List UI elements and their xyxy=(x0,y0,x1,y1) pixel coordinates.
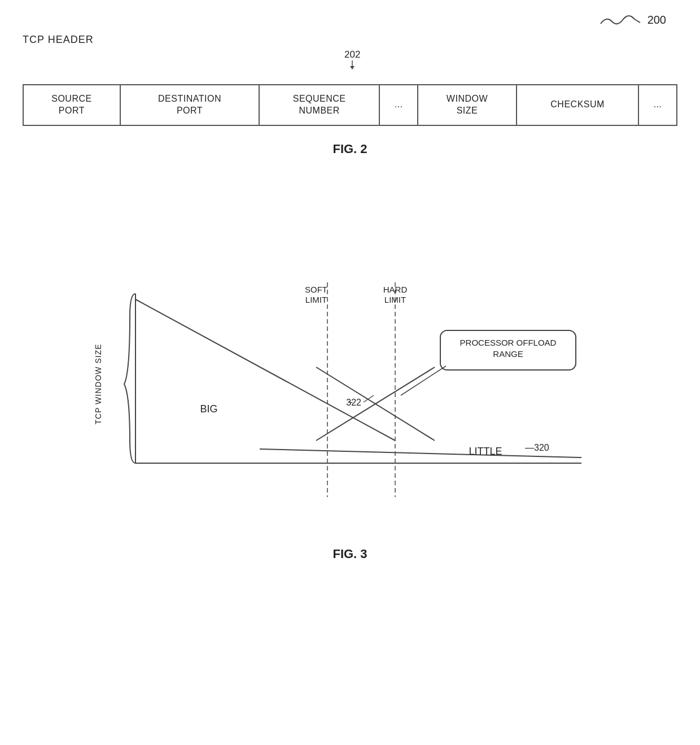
tcp-cell-window-size: WINDOWSIZE xyxy=(418,85,517,125)
fig2-caption: FIG. 2 xyxy=(23,142,677,156)
tcp-cell-ellipsis2: ... xyxy=(638,85,677,125)
ref-200-number: 200 xyxy=(648,14,666,27)
ref-200-label: 200 xyxy=(598,11,666,28)
fig3-chart-svg: SOFT LIMIT HARD LIMIT BIG LITTLE 322 ~ —… xyxy=(119,282,604,520)
ref-202-label: 202 xyxy=(344,49,360,69)
tcp-header-label: TCP HEADER xyxy=(23,34,677,46)
fig3-section: TCP WINDOW SIZE S xyxy=(23,271,677,561)
tcp-cell-source-port: SOURCEPORT xyxy=(23,85,120,125)
svg-text:LITTLE: LITTLE xyxy=(469,446,502,457)
svg-text:LIMIT: LIMIT xyxy=(384,295,406,304)
ref-202-arrow-icon xyxy=(349,60,356,69)
svg-text:BIG: BIG xyxy=(200,403,217,415)
svg-line-19 xyxy=(364,395,374,402)
fig2-section: TCP HEADER 202 SOURCEPORT DESTINATIONPOR… xyxy=(23,34,677,156)
svg-text:~: ~ xyxy=(348,398,353,407)
svg-text:RANGE: RANGE xyxy=(493,349,523,359)
y-axis-label: TCP WINDOW SIZE xyxy=(90,299,106,469)
svg-text:LIMIT: LIMIT xyxy=(305,295,327,304)
tcp-cell-checksum: CHECKSUM xyxy=(517,85,638,125)
fig3-caption: FIG. 3 xyxy=(23,547,677,561)
svg-text:SOFT: SOFT xyxy=(305,285,327,294)
tcp-header-table: SOURCEPORT DESTINATIONPORT SEQUENCENUMBE… xyxy=(23,84,677,126)
svg-marker-2 xyxy=(350,66,355,69)
svg-line-0 xyxy=(635,19,640,23)
svg-text:HARD: HARD xyxy=(383,285,408,294)
svg-line-5 xyxy=(135,299,395,441)
tcp-cell-ellipsis1: ... xyxy=(379,85,418,125)
tcp-cell-dest-port: DESTINATIONPORT xyxy=(120,85,259,125)
fig3-diagram: TCP WINDOW SIZE S xyxy=(90,271,610,531)
svg-line-24 xyxy=(401,366,446,395)
svg-text:—320: —320 xyxy=(525,443,549,452)
wavy-arrow-icon xyxy=(598,11,643,28)
ref-202-container: 202 xyxy=(23,49,677,67)
svg-text:PROCESSOR OFFLOAD: PROCESSOR OFFLOAD xyxy=(460,338,557,347)
tcp-cell-seq-number: SEQUENCENUMBER xyxy=(259,85,379,125)
